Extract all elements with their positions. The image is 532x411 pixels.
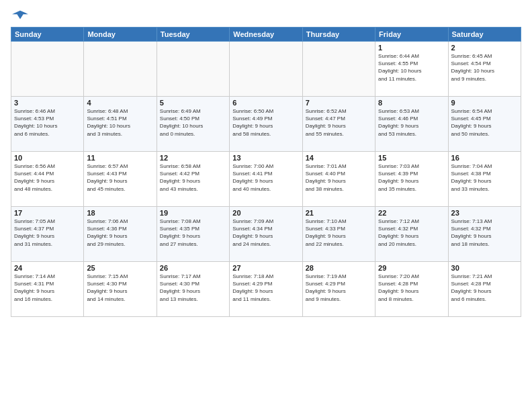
calendar-cell — [11, 42, 84, 97]
calendar-cell — [84, 42, 157, 97]
week-row-2: 3Sunrise: 6:46 AM Sunset: 4:53 PM Daylig… — [11, 97, 521, 152]
calendar-cell: 2Sunrise: 6:45 AM Sunset: 4:54 PM Daylig… — [448, 42, 521, 97]
day-number: 5 — [160, 99, 226, 107]
day-info: Sunrise: 7:01 AM Sunset: 4:40 PM Dayligh… — [306, 163, 372, 193]
day-info: Sunrise: 6:50 AM Sunset: 4:49 PM Dayligh… — [232, 107, 299, 138]
calendar-cell: 12Sunrise: 6:58 AM Sunset: 4:42 PM Dayli… — [157, 152, 229, 207]
calendar-table: SundayMondayTuesdayWednesdayThursdayFrid… — [11, 27, 521, 317]
day-info: Sunrise: 6:56 AM Sunset: 4:44 PM Dayligh… — [14, 163, 81, 193]
day-info: Sunrise: 7:00 AM Sunset: 4:41 PM Dayligh… — [232, 163, 299, 193]
day-number: 8 — [378, 99, 445, 107]
day-number: 9 — [451, 99, 518, 107]
day-info: Sunrise: 6:58 AM Sunset: 4:42 PM Dayligh… — [160, 163, 226, 193]
day-number: 19 — [160, 209, 226, 217]
calendar-cell: 13Sunrise: 7:00 AM Sunset: 4:41 PM Dayli… — [230, 152, 302, 207]
calendar-cell: 24Sunrise: 7:14 AM Sunset: 4:31 PM Dayli… — [11, 262, 84, 317]
day-info: Sunrise: 6:48 AM Sunset: 4:51 PM Dayligh… — [87, 107, 153, 138]
day-number: 2 — [451, 44, 518, 52]
day-info: Sunrise: 7:04 AM Sunset: 4:38 PM Dayligh… — [451, 163, 518, 193]
day-info: Sunrise: 6:44 AM Sunset: 4:55 PM Dayligh… — [378, 52, 445, 83]
weekday-header-thursday: Thursday — [302, 28, 375, 42]
day-info: Sunrise: 7:14 AM Sunset: 4:31 PM Dayligh… — [14, 273, 81, 303]
week-row-4: 17Sunrise: 7:05 AM Sunset: 4:37 PM Dayli… — [11, 207, 521, 262]
day-info: Sunrise: 7:06 AM Sunset: 4:36 PM Dayligh… — [87, 218, 153, 248]
day-number: 12 — [160, 154, 226, 162]
day-info: Sunrise: 6:45 AM Sunset: 4:54 PM Dayligh… — [451, 52, 518, 83]
weekday-header-monday: Monday — [84, 28, 157, 42]
calendar-cell: 18Sunrise: 7:06 AM Sunset: 4:36 PM Dayli… — [84, 207, 157, 262]
day-number: 16 — [451, 154, 518, 162]
day-info: Sunrise: 7:12 AM Sunset: 4:32 PM Dayligh… — [378, 218, 445, 248]
calendar-cell — [230, 42, 302, 97]
calendar-cell: 11Sunrise: 6:57 AM Sunset: 4:43 PM Dayli… — [84, 152, 157, 207]
calendar-cell: 7Sunrise: 6:52 AM Sunset: 4:47 PM Daylig… — [302, 97, 375, 152]
calendar-cell: 6Sunrise: 6:50 AM Sunset: 4:49 PM Daylig… — [230, 97, 302, 152]
day-number: 26 — [160, 264, 226, 272]
day-number: 15 — [378, 154, 445, 162]
calendar-cell: 27Sunrise: 7:18 AM Sunset: 4:29 PM Dayli… — [230, 262, 302, 317]
day-number: 24 — [14, 264, 81, 272]
day-info: Sunrise: 6:46 AM Sunset: 4:53 PM Dayligh… — [14, 107, 81, 138]
day-number: 21 — [306, 209, 372, 217]
calendar-cell: 8Sunrise: 6:53 AM Sunset: 4:46 PM Daylig… — [375, 97, 448, 152]
calendar-cell: 16Sunrise: 7:04 AM Sunset: 4:38 PM Dayli… — [448, 152, 521, 207]
day-info: Sunrise: 6:52 AM Sunset: 4:47 PM Dayligh… — [306, 107, 372, 138]
logo — [11, 8, 32, 23]
calendar-cell: 5Sunrise: 6:49 AM Sunset: 4:50 PM Daylig… — [157, 97, 229, 152]
calendar-cell: 10Sunrise: 6:56 AM Sunset: 4:44 PM Dayli… — [11, 152, 84, 207]
weekday-header-wednesday: Wednesday — [230, 28, 302, 42]
day-info: Sunrise: 7:09 AM Sunset: 4:34 PM Dayligh… — [232, 218, 299, 248]
calendar-cell: 1Sunrise: 6:44 AM Sunset: 4:55 PM Daylig… — [375, 42, 448, 97]
day-info: Sunrise: 7:20 AM Sunset: 4:28 PM Dayligh… — [378, 273, 445, 303]
day-info: Sunrise: 7:05 AM Sunset: 4:37 PM Dayligh… — [14, 218, 81, 248]
calendar-cell: 15Sunrise: 7:03 AM Sunset: 4:39 PM Dayli… — [375, 152, 448, 207]
day-info: Sunrise: 6:49 AM Sunset: 4:50 PM Dayligh… — [160, 107, 226, 138]
day-info: Sunrise: 7:19 AM Sunset: 4:29 PM Dayligh… — [306, 273, 372, 303]
calendar-cell: 19Sunrise: 7:08 AM Sunset: 4:35 PM Dayli… — [157, 207, 229, 262]
day-info: Sunrise: 7:08 AM Sunset: 4:35 PM Dayligh… — [160, 218, 226, 248]
day-number: 6 — [232, 99, 299, 107]
weekday-header-tuesday: Tuesday — [157, 28, 229, 42]
header — [11, 8, 521, 23]
calendar-cell: 14Sunrise: 7:01 AM Sunset: 4:40 PM Dayli… — [302, 152, 375, 207]
day-info: Sunrise: 6:54 AM Sunset: 4:45 PM Dayligh… — [451, 107, 518, 138]
day-number: 28 — [306, 264, 372, 272]
week-row-5: 24Sunrise: 7:14 AM Sunset: 4:31 PM Dayli… — [11, 262, 521, 317]
logo-icon — [11, 8, 30, 23]
day-number: 7 — [306, 99, 372, 107]
day-number: 20 — [232, 209, 299, 217]
day-number: 17 — [14, 209, 81, 217]
calendar-cell: 30Sunrise: 7:21 AM Sunset: 4:28 PM Dayli… — [448, 262, 521, 317]
day-number: 27 — [232, 264, 299, 272]
calendar-cell: 26Sunrise: 7:17 AM Sunset: 4:30 PM Dayli… — [157, 262, 229, 317]
day-number: 1 — [378, 44, 445, 52]
day-number: 4 — [87, 99, 153, 107]
day-number: 22 — [378, 209, 445, 217]
calendar-cell — [157, 42, 229, 97]
calendar-cell: 20Sunrise: 7:09 AM Sunset: 4:34 PM Dayli… — [230, 207, 302, 262]
day-number: 3 — [14, 99, 81, 107]
calendar-cell: 29Sunrise: 7:20 AM Sunset: 4:28 PM Dayli… — [375, 262, 448, 317]
weekday-header-friday: Friday — [375, 28, 448, 42]
day-info: Sunrise: 7:18 AM Sunset: 4:29 PM Dayligh… — [232, 273, 299, 303]
day-number: 25 — [87, 264, 153, 272]
calendar-cell: 3Sunrise: 6:46 AM Sunset: 4:53 PM Daylig… — [11, 97, 84, 152]
day-info: Sunrise: 6:53 AM Sunset: 4:46 PM Dayligh… — [378, 107, 445, 138]
weekday-header-saturday: Saturday — [448, 28, 521, 42]
day-number: 29 — [378, 264, 445, 272]
day-number: 23 — [451, 209, 518, 217]
weekday-header-sunday: Sunday — [11, 28, 84, 42]
calendar-cell: 22Sunrise: 7:12 AM Sunset: 4:32 PM Dayli… — [375, 207, 448, 262]
day-info: Sunrise: 7:17 AM Sunset: 4:30 PM Dayligh… — [160, 273, 226, 303]
day-info: Sunrise: 7:21 AM Sunset: 4:28 PM Dayligh… — [451, 273, 518, 303]
day-info: Sunrise: 7:10 AM Sunset: 4:33 PM Dayligh… — [306, 218, 372, 248]
week-row-1: 1Sunrise: 6:44 AM Sunset: 4:55 PM Daylig… — [11, 42, 521, 97]
calendar-cell — [302, 42, 375, 97]
weekday-header-row: SundayMondayTuesdayWednesdayThursdayFrid… — [11, 28, 521, 42]
svg-marker-0 — [12, 11, 28, 19]
day-number: 11 — [87, 154, 153, 162]
page: SundayMondayTuesdayWednesdayThursdayFrid… — [0, 0, 532, 411]
calendar-cell: 4Sunrise: 6:48 AM Sunset: 4:51 PM Daylig… — [84, 97, 157, 152]
calendar-cell: 9Sunrise: 6:54 AM Sunset: 4:45 PM Daylig… — [448, 97, 521, 152]
calendar-cell: 25Sunrise: 7:15 AM Sunset: 4:30 PM Dayli… — [84, 262, 157, 317]
